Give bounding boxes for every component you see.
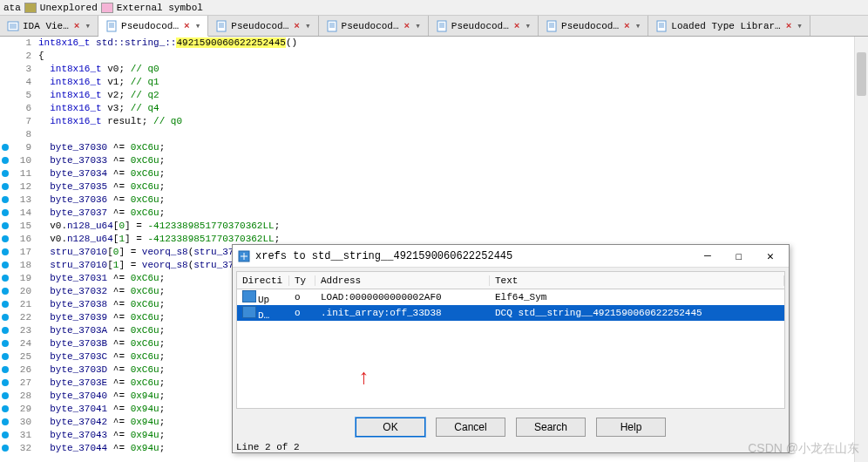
line-number[interactable]: 21 bbox=[0, 298, 31, 311]
code-line[interactable]: byte_37037 ^= 0xC6u; bbox=[38, 207, 868, 220]
tab-drop-icon[interactable]: ▾ bbox=[415, 20, 421, 31]
tab-drop-icon[interactable]: ▾ bbox=[305, 20, 311, 31]
legend-ata: ata bbox=[3, 3, 21, 13]
tab-close-icon[interactable]: × bbox=[624, 21, 630, 31]
minimize-button[interactable]: — bbox=[695, 248, 721, 265]
maximize-button[interactable]: ☐ bbox=[726, 248, 752, 265]
xrefs-list[interactable]: Directi Ty Address Text UpoLOAD:00000000… bbox=[236, 271, 785, 409]
ok-button[interactable]: OK bbox=[356, 418, 425, 437]
line-number[interactable]: 20 bbox=[0, 285, 31, 298]
tab-drop-icon[interactable]: ▾ bbox=[635, 20, 641, 31]
line-number[interactable]: 9 bbox=[0, 141, 31, 154]
tab-close-icon[interactable]: × bbox=[74, 21, 80, 31]
tab-drop-icon[interactable]: ▾ bbox=[525, 20, 531, 31]
code-line[interactable]: int8x16_t v1; // q1 bbox=[38, 76, 868, 89]
legend-external: External symbol bbox=[117, 3, 203, 13]
vertical-scrollbar[interactable] bbox=[854, 37, 868, 462]
tab-label: Pseudocod… bbox=[451, 21, 509, 31]
tab-close-icon[interactable]: × bbox=[184, 21, 190, 31]
tab-close-icon[interactable]: × bbox=[514, 21, 520, 31]
line-number[interactable]: 25 bbox=[0, 350, 31, 363]
code-line[interactable] bbox=[38, 128, 868, 141]
code-line[interactable]: { bbox=[38, 50, 868, 63]
tab-2[interactable]: Pseudocod…×▾ bbox=[208, 16, 318, 36]
col-type[interactable]: Ty bbox=[289, 275, 315, 286]
tab-label: Loaded Type Librar… bbox=[671, 21, 780, 31]
tab-icon bbox=[546, 20, 558, 32]
tab-close-icon[interactable]: × bbox=[404, 21, 410, 31]
code-line[interactable]: v0.n128_u64[0] = -4123389851770370362LL; bbox=[38, 220, 868, 233]
line-number[interactable]: 23 bbox=[0, 324, 31, 337]
svg-rect-24 bbox=[657, 21, 666, 31]
tab-0[interactable]: IDA Vie…×▾ bbox=[0, 16, 98, 36]
tab-3[interactable]: Pseudocod…×▾ bbox=[319, 16, 429, 36]
dialog-status: Line 2 of 2 bbox=[233, 442, 789, 452]
code-line[interactable]: byte_37030 ^= 0xC6u; bbox=[38, 141, 868, 154]
line-number[interactable]: 4 bbox=[0, 76, 31, 89]
line-number[interactable]: 1 bbox=[0, 37, 31, 50]
line-number[interactable]: 12 bbox=[0, 180, 31, 194]
line-number[interactable]: 19 bbox=[0, 272, 31, 285]
code-line[interactable]: int8x16_t std::string_::4921590060622252… bbox=[38, 37, 868, 50]
line-number[interactable]: 15 bbox=[0, 220, 31, 233]
line-number[interactable]: 32 bbox=[0, 442, 31, 455]
code-line[interactable]: int8x16_t v3; // q4 bbox=[38, 102, 868, 115]
tab-drop-icon[interactable]: ▾ bbox=[797, 20, 803, 31]
line-number[interactable]: 11 bbox=[0, 167, 31, 180]
svg-rect-16 bbox=[437, 21, 446, 31]
tab-drop-icon[interactable]: ▾ bbox=[85, 20, 91, 31]
line-number[interactable]: 28 bbox=[0, 390, 31, 403]
line-number[interactable]: 16 bbox=[0, 233, 31, 246]
line-number[interactable]: 3 bbox=[0, 63, 31, 76]
line-number[interactable]: 14 bbox=[0, 207, 31, 220]
tab-close-icon[interactable]: × bbox=[786, 21, 792, 31]
watermark: CSDN @小龙在山东 bbox=[748, 441, 859, 457]
scroll-thumb[interactable] bbox=[857, 52, 866, 96]
svg-rect-8 bbox=[217, 21, 226, 31]
legend-unexplored: Unexplored bbox=[40, 3, 98, 13]
line-number[interactable]: 5 bbox=[0, 89, 31, 102]
xref-row[interactable]: UpoLOAD:0000000000002AF0Elf64_Sym bbox=[237, 289, 784, 305]
line-number[interactable]: 26 bbox=[0, 363, 31, 377]
search-button[interactable]: Search bbox=[516, 418, 586, 437]
tab-4[interactable]: Pseudocod…×▾ bbox=[429, 16, 539, 36]
line-number[interactable]: 13 bbox=[0, 194, 31, 207]
code-line[interactable]: byte_37034 ^= 0xC6u; bbox=[38, 167, 868, 180]
cancel-button[interactable]: Cancel bbox=[436, 418, 505, 437]
tab-1[interactable]: Pseudocod…×▾ bbox=[98, 16, 208, 37]
tab-close-icon[interactable]: × bbox=[294, 21, 300, 31]
tab-5[interactable]: Pseudocod…×▾ bbox=[539, 16, 648, 36]
code-line[interactable]: byte_37033 ^= 0xC6u; bbox=[38, 154, 868, 167]
line-number[interactable]: 29 bbox=[0, 403, 31, 416]
line-number[interactable]: 22 bbox=[0, 311, 31, 324]
xref-row[interactable]: D…o.init_array:off_33D38DCQ std__string_… bbox=[237, 305, 784, 321]
code-line[interactable]: int8x16_t v2; // q2 bbox=[38, 89, 868, 102]
line-number[interactable]: 30 bbox=[0, 416, 31, 429]
close-button[interactable]: ✕ bbox=[757, 248, 783, 265]
code-line[interactable]: byte_37035 ^= 0xC6u; bbox=[38, 180, 868, 194]
line-number[interactable]: 2 bbox=[0, 50, 31, 63]
line-number[interactable]: 31 bbox=[0, 429, 31, 442]
svg-rect-12 bbox=[328, 21, 336, 31]
line-number[interactable]: 18 bbox=[0, 259, 31, 272]
tab-drop-icon[interactable]: ▾ bbox=[195, 20, 201, 31]
dialog-titlebar[interactable]: xrefs to std__string__492159006062225244… bbox=[233, 245, 789, 268]
line-number[interactable]: 17 bbox=[0, 246, 31, 259]
line-number[interactable]: 24 bbox=[0, 337, 31, 350]
line-number[interactable]: 8 bbox=[0, 128, 31, 141]
code-line[interactable]: int8x16_t result; // q0 bbox=[38, 115, 868, 128]
xrefs-header[interactable]: Directi Ty Address Text bbox=[237, 272, 784, 289]
col-address[interactable]: Address bbox=[315, 275, 490, 286]
col-text[interactable]: Text bbox=[490, 275, 784, 286]
tab-icon bbox=[215, 20, 227, 32]
help-button[interactable]: Help bbox=[596, 418, 666, 437]
line-number[interactable]: 27 bbox=[0, 377, 31, 390]
code-line[interactable]: int8x16_t v0; // q0 bbox=[38, 63, 868, 76]
line-number[interactable]: 7 bbox=[0, 115, 31, 128]
line-number[interactable]: 10 bbox=[0, 154, 31, 167]
code-line[interactable]: byte_37036 ^= 0xC6u; bbox=[38, 194, 868, 207]
col-direction[interactable]: Directi bbox=[237, 275, 289, 286]
line-number[interactable]: 6 bbox=[0, 102, 31, 115]
tab-6[interactable]: Loaded Type Librar…×▾ bbox=[648, 16, 810, 36]
legend-swatch-unexplored bbox=[24, 3, 37, 13]
